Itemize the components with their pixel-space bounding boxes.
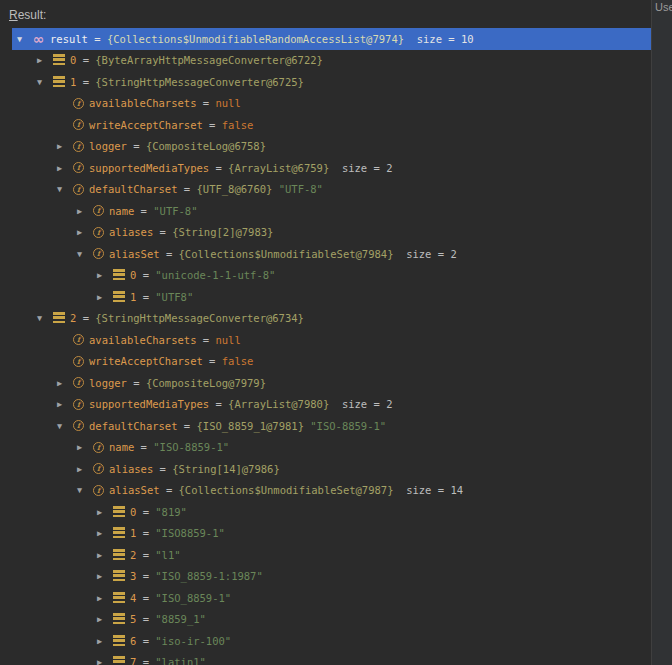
- collapse-arrow-icon[interactable]: ▼: [17, 35, 32, 44]
- tree-row[interactable]: ▶5 = "8859_1": [0, 609, 651, 631]
- expand-arrow-icon[interactable]: ▶: [97, 551, 112, 560]
- watch-result-icon: ∞: [32, 33, 45, 45]
- eq-text: =: [203, 119, 222, 131]
- tree-row[interactable]: ▼∞result = {Collections$UnmodifiableRand…: [0, 28, 651, 50]
- eq-text: =: [209, 162, 228, 174]
- tree-row[interactable]: ▶3 = "ISO_8859-1:1987": [0, 566, 651, 588]
- tree-row[interactable]: ▶fname = "ISO-8859-1": [0, 437, 651, 459]
- tree-row[interactable]: ▶faliases = {String[14]@7986}: [0, 458, 651, 480]
- expand-arrow-icon[interactable]: ▶: [57, 164, 72, 173]
- eq-text: =: [153, 463, 172, 475]
- tree-row[interactable]: ▼fdefaultCharset = {UTF_8@6760} "UTF-8": [0, 179, 651, 201]
- name-text: logger: [89, 377, 127, 389]
- str-text: "latin1": [155, 656, 206, 665]
- expand-arrow-icon[interactable]: ▶: [77, 465, 92, 474]
- ref-text: {ByteArrayHttpMessageConverter@6722}: [95, 54, 323, 66]
- tree-row[interactable]: favailableCharsets = null: [0, 93, 651, 115]
- tree-row[interactable]: ▼1 = {StringHttpMessageConverter@6725}: [0, 71, 651, 93]
- array-element-icon: [113, 549, 125, 561]
- expand-arrow-icon[interactable]: ▶: [97, 572, 112, 581]
- eq-text: =: [127, 140, 146, 152]
- expand-arrow-icon[interactable]: ▶: [97, 529, 112, 538]
- field-icon: f: [73, 119, 84, 130]
- tree-row[interactable]: ▼faliasSet = {Collections$UnmodifiableSe…: [0, 480, 651, 502]
- row-text: defaultCharset = {ISO_8859_1@7981} "ISO-…: [89, 420, 386, 432]
- eq-text: =: [136, 291, 155, 303]
- row-text: 3 = "ISO_8859-1:1987": [130, 570, 263, 582]
- tree-row[interactable]: fwriteAcceptCharset = false: [0, 351, 651, 373]
- tree-row[interactable]: ▶fsupportedMediaTypes = {ArrayList@7980}…: [0, 394, 651, 416]
- tree-row[interactable]: ▶6 = "iso-ir-100": [0, 630, 651, 652]
- expand-arrow-icon[interactable]: ▶: [97, 594, 112, 603]
- collapse-arrow-icon[interactable]: ▼: [37, 78, 52, 87]
- kw-text: false: [222, 119, 254, 131]
- row-text: 0 = "unicode-1-1-utf-8": [130, 269, 275, 281]
- tree-row[interactable]: ▶flogger = {CompositeLog@6758}: [0, 136, 651, 158]
- ref-text: {UTF_8@6760}: [196, 183, 272, 195]
- tree-row[interactable]: ▶0 = "819": [0, 501, 651, 523]
- eq-text: =: [76, 76, 95, 88]
- expand-arrow-icon[interactable]: ▶: [77, 207, 92, 216]
- tree-row[interactable]: ▼faliasSet = {Collections$UnmodifiableSe…: [0, 243, 651, 265]
- expand-arrow-icon[interactable]: ▶: [57, 379, 72, 388]
- name-text: supportedMediaTypes: [89, 398, 209, 410]
- expand-arrow-icon[interactable]: ▶: [57, 400, 72, 409]
- collapse-arrow-icon[interactable]: ▼: [77, 486, 92, 495]
- tree-row[interactable]: ▶fname = "UTF-8": [0, 200, 651, 222]
- tree-row[interactable]: ▶1 = "ISO8859-1": [0, 523, 651, 545]
- array-element-icon: [113, 613, 125, 625]
- result-label-mnemonic: R: [9, 8, 18, 22]
- field-icon: f: [73, 184, 84, 195]
- tree-row[interactable]: ▶2 = "l1": [0, 544, 651, 566]
- array-element-icon: [113, 592, 125, 604]
- tree-row[interactable]: ▼2 = {StringHttpMessageConverter@6734}: [0, 308, 651, 330]
- field-icon: f: [73, 98, 84, 109]
- eq-text: =: [136, 656, 155, 665]
- expand-arrow-icon[interactable]: ▶: [97, 293, 112, 302]
- tree-row[interactable]: ▶1 = "UTF8": [0, 286, 651, 308]
- tree-row[interactable]: ▶flogger = {CompositeLog@7979}: [0, 372, 651, 394]
- tree-row[interactable]: ▶fsupportedMediaTypes = {ArrayList@6759}…: [0, 157, 651, 179]
- expand-arrow-icon[interactable]: ▶: [97, 637, 112, 646]
- array-element-icon: [113, 291, 125, 303]
- expand-arrow-icon[interactable]: ▶: [37, 56, 52, 65]
- expand-arrow-icon[interactable]: ▶: [77, 443, 92, 452]
- expand-arrow-icon[interactable]: ▶: [77, 228, 92, 237]
- tree-row[interactable]: ▶faliases = {String[2]@7983}: [0, 222, 651, 244]
- array-element-icon: [113, 506, 125, 518]
- expand-arrow-icon[interactable]: ▶: [57, 142, 72, 151]
- tree-row[interactable]: fwriteAcceptCharset = false: [0, 114, 651, 136]
- eq-text: =: [178, 420, 197, 432]
- eq-text: =: [127, 377, 146, 389]
- ref-text: {ISO_8859_1@7981}: [196, 420, 303, 432]
- field-icon: f: [73, 420, 84, 431]
- expand-arrow-icon[interactable]: ▶: [97, 658, 112, 665]
- eq-text: =: [136, 549, 155, 561]
- row-text: defaultCharset = {UTF_8@6760} "UTF-8": [89, 183, 323, 195]
- collapse-arrow-icon[interactable]: ▼: [57, 185, 72, 194]
- eq-text: =: [76, 54, 95, 66]
- eq-text: =: [153, 226, 172, 238]
- tree-row[interactable]: ▶0 = "unicode-1-1-utf-8": [0, 265, 651, 287]
- tree-row[interactable]: ▶7 = "latin1": [0, 652, 651, 665]
- eq-text: =: [134, 441, 153, 453]
- ref-text: {String[14]@7986}: [172, 463, 279, 475]
- tree-row[interactable]: favailableCharsets = null: [0, 329, 651, 351]
- collapse-arrow-icon[interactable]: ▼: [37, 314, 52, 323]
- row-text: aliasSet = {Collections$UnmodifiableSet@…: [109, 248, 457, 260]
- eq-text: =: [160, 248, 179, 260]
- tree-row[interactable]: ▶4 = "ISO_8859-1": [0, 587, 651, 609]
- ref-text: {Collections$UnmodifiableRandomAccessLis…: [107, 33, 404, 45]
- collapse-arrow-icon[interactable]: ▼: [77, 250, 92, 259]
- field-icon: f: [73, 377, 84, 388]
- expand-arrow-icon[interactable]: ▶: [97, 615, 112, 624]
- ref-text: {ArrayList@6759}: [228, 162, 329, 174]
- tree-row[interactable]: ▶0 = {ByteArrayHttpMessageConverter@6722…: [0, 50, 651, 72]
- collapse-arrow-icon[interactable]: ▼: [57, 422, 72, 431]
- expand-arrow-icon[interactable]: ▶: [97, 508, 112, 517]
- tree-row[interactable]: ▼fdefaultCharset = {ISO_8859_1@7981} "IS…: [0, 415, 651, 437]
- str-text: "l1": [155, 549, 180, 561]
- name-text: aliases: [109, 463, 153, 475]
- expand-arrow-icon[interactable]: ▶: [97, 271, 112, 280]
- row-text: aliases = {String[2]@7983}: [109, 226, 273, 238]
